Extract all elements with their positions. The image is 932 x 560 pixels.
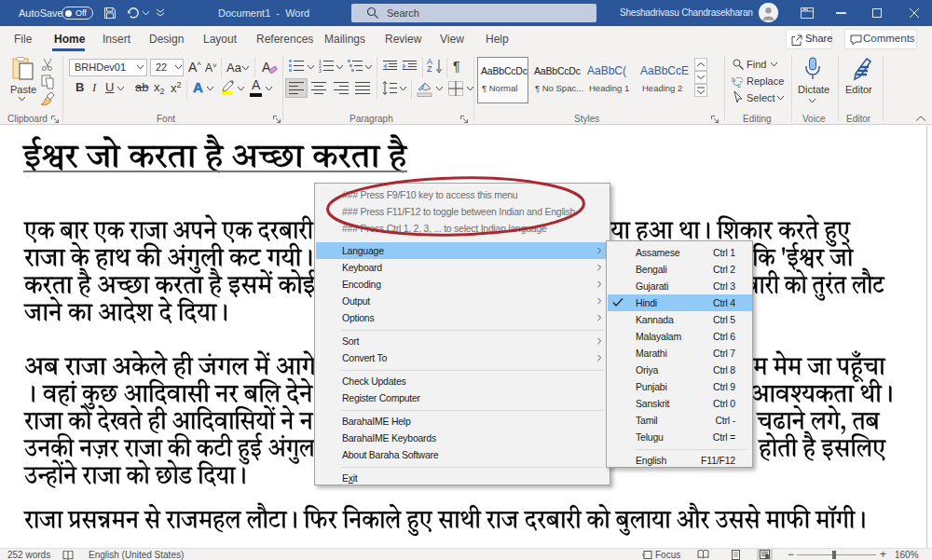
svg-text:3: 3 — [319, 68, 322, 73]
